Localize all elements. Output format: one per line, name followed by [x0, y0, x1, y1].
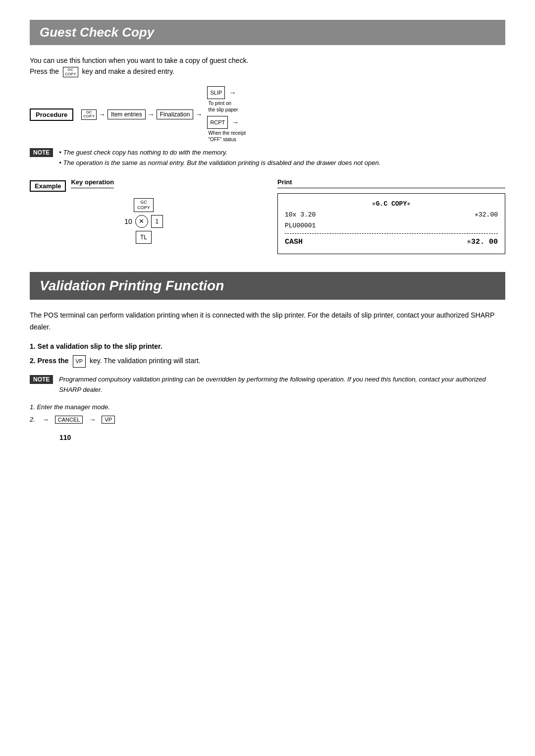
- example-section: Example Key operation GC COPY 10 ✕ 1: [30, 178, 505, 254]
- number-1-key: 1: [151, 215, 163, 228]
- slip-branch: SLIP → To print on the slip paper: [207, 86, 246, 113]
- cancel-key: CANCEL: [55, 416, 83, 424]
- note-text-1: • The guest check copy has nothing to do…: [59, 148, 380, 168]
- step2-num: 2. Press the: [30, 357, 71, 365]
- print-receipt: ✳G.C COPY✳ 10x 3.20 ✳32.00 PLU00001 CASH…: [277, 193, 505, 254]
- step1: 1. Set a validation slip to the slip pri…: [30, 340, 505, 353]
- key-operation-area: GC COPY 10 ✕ 1 TL: [30, 198, 258, 244]
- example-right: Print ✳G.C COPY✳ 10x 3.20 ✳32.00 PLU0000…: [277, 178, 505, 254]
- step1-num: 1. Set a validation slip to the slip pri…: [30, 342, 162, 350]
- finalization-label: Finalization: [157, 109, 194, 119]
- note-box-2: NOTE Programmed compulsory validation pr…: [30, 375, 505, 395]
- example-left: Example Key operation GC COPY 10 ✕ 1: [30, 178, 258, 244]
- note-box-1: NOTE • The guest check copy has nothing …: [30, 148, 505, 168]
- note-badge-2: NOTE: [30, 375, 53, 384]
- arrow2: →: [148, 110, 155, 118]
- page-number: 110: [59, 433, 535, 441]
- arrow4: →: [229, 89, 236, 97]
- rcpt-branch: RCPT → When the receipt "OFF" status: [207, 116, 246, 143]
- section1-header: Guest Check Copy: [30, 20, 505, 45]
- intro-gccopy-key: GC COPY: [63, 67, 78, 78]
- receipt-row2: PLU00001: [285, 220, 498, 231]
- example-label: Example: [30, 180, 66, 192]
- slip-key: SLIP: [207, 86, 225, 99]
- arrow5: →: [232, 118, 239, 126]
- intro-line1: You can use this function when you want …: [30, 55, 505, 77]
- example-header-row: Example Key operation: [30, 178, 258, 193]
- procedure-label: Procedure: [30, 108, 73, 121]
- tl-key-box: TL: [136, 231, 152, 244]
- multiply-circle: ✕: [135, 215, 148, 228]
- sub-step1: 1. Enter the manager mode.: [30, 403, 505, 411]
- arrow1: →: [99, 110, 106, 118]
- note-badge-1: NOTE: [30, 148, 53, 157]
- slip-note: To print on the slip paper: [208, 100, 238, 113]
- flow-chain: GC COPY → Item entries → Finalization → …: [81, 86, 249, 143]
- print-header: Print: [277, 178, 505, 188]
- steps-list: 1. Set a validation slip to the slip pri…: [30, 340, 505, 367]
- arrow-start: →: [42, 416, 49, 424]
- vp-key: VP: [102, 416, 115, 424]
- item-entries-label: Item entries: [107, 109, 146, 119]
- arrow3: →: [195, 110, 202, 118]
- procedure-flow-wrapper: Procedure GC COPY → Item entries → Final…: [30, 86, 505, 143]
- note-text-2: Programmed compulsory validation printin…: [59, 375, 505, 395]
- receipt-row1: 10x 3.20 ✳32.00: [285, 210, 498, 220]
- ten-x-row: 10 ✕ 1: [124, 215, 163, 228]
- vp-inline-key: VP: [73, 355, 86, 368]
- gccopy-op-key: GC COPY: [134, 198, 154, 212]
- branch-block: SLIP → To print on the slip paper RCPT →: [207, 86, 246, 143]
- receipt-divider: [285, 233, 498, 234]
- step2: 2. Press the VP key. The validation prin…: [30, 354, 505, 368]
- key-operation-header: Key operation: [71, 178, 114, 188]
- section2-header: Validation Printing Function: [30, 272, 505, 300]
- sub-step2-flow: 2. → CANCEL → VP: [30, 416, 505, 424]
- receipt-total: CASH ✳32. 00: [285, 236, 498, 249]
- rcpt-note: When the receipt "OFF" status: [208, 130, 246, 143]
- validation-intro: The POS terminal can perform validation …: [30, 310, 505, 333]
- receipt-title: ✳G.C COPY✳: [285, 199, 498, 210]
- section2-wrapper: Validation Printing Function The POS ter…: [30, 272, 505, 424]
- number-10: 10: [124, 217, 132, 225]
- gccopy-key-box: GC COPY: [81, 109, 97, 120]
- rcpt-key: RCPT: [207, 116, 228, 129]
- arrow-cancel-vp: →: [89, 416, 96, 424]
